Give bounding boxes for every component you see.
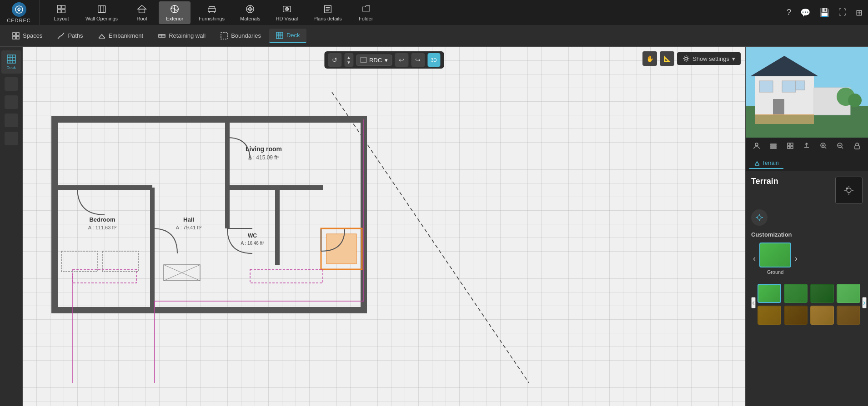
toolbar-item-hd-visual[interactable]: HD Visual [269,1,306,24]
swatch-brown-4[interactable] [837,306,860,325]
svg-rect-19 [283,6,291,12]
svg-rect-85 [782,81,796,92]
svg-text:A : 79.41 ft²: A : 79.41 ft² [176,225,202,230]
terrain-icon-box [835,177,863,204]
save-button[interactable]: 💾 [818,6,831,20]
svg-rect-10 [139,9,145,13]
grid-icon-btn[interactable] [783,140,798,153]
person-icon-btn[interactable] [749,140,764,153]
sub-item-retaining-wall[interactable]: Retaining wall [151,29,212,43]
svg-rect-2 [58,5,61,8]
toolbar-item-layout[interactable]: Layout [45,1,77,24]
swatch-green-1[interactable] [758,284,781,303]
ground-swatch-box[interactable] [759,243,791,267]
svg-marker-9 [138,5,146,9]
sub-item-embankment[interactable]: Embankment [91,29,150,43]
svg-rect-26 [13,33,15,35]
svg-rect-68 [102,251,139,272]
toolbar-item-wall-openings[interactable]: Wall Openings [78,1,125,24]
ground-swatch[interactable]: Ground [759,243,791,275]
floor-select[interactable]: RDC ▾ [356,54,392,66]
svg-point-46 [685,57,687,60]
show-settings-button[interactable]: Show settings ▾ [677,52,741,65]
svg-rect-91 [755,114,814,124]
fullscreen-button[interactable]: ⛶ [837,6,848,19]
bar-icon-btn[interactable] [766,140,781,153]
swatch-green-3[interactable] [810,284,834,303]
toolbar-item-roof[interactable]: Roof [126,1,158,24]
swatch-brown-1[interactable] [758,306,781,325]
svg-rect-95 [771,148,776,149]
svg-point-114 [847,188,848,189]
refresh-button[interactable]: ↺ [328,53,341,67]
chat-button[interactable]: 💬 [798,6,812,20]
svg-text:A : 16.46 ft²: A : 16.46 ft² [241,241,264,246]
swatch-green-2[interactable] [784,284,808,303]
svg-rect-4 [58,9,61,12]
windows-button[interactable]: ⊞ [854,6,864,20]
sidebar-item-3[interactable] [5,95,18,109]
terrain-tab[interactable]: Terrain [749,158,783,169]
toolbar-item-materials[interactable]: Materials [233,1,268,24]
swatch-brown-2[interactable] [784,306,808,325]
sidebar-item-2[interactable] [5,77,18,91]
lock-icon-btn[interactable] [850,140,864,153]
sidebar-item-5[interactable] [5,132,18,145]
terrain-content: Terrain [746,171,868,406]
svg-line-105 [841,147,843,149]
svg-rect-34 [221,33,227,39]
sidebar-item-deck[interactable]: Deck [1,50,21,74]
sub-item-paths[interactable]: Paths [50,29,89,43]
svg-line-101 [825,147,827,149]
toolbar-item-exterior[interactable]: Exterior [159,1,191,24]
measure-button[interactable]: 📐 [660,51,674,66]
sub-item-spaces[interactable]: Spaces [5,29,49,43]
toolbar-item-folder[interactable]: Folder [350,1,382,24]
sub-item-boundaries[interactable]: Boundaries [214,29,267,43]
canvas-toolbar-right: ✋ 📐 Show settings ▾ [642,51,741,66]
svg-rect-93 [771,144,776,145]
svg-rect-98 [788,146,790,149]
preview-area [746,47,868,138]
swatch-brown-3[interactable] [810,306,834,325]
carousel-right-button[interactable]: › [793,252,799,265]
swatches-row-1 [758,284,860,303]
swatches-row-2 [758,306,860,325]
customize-icon [751,209,768,226]
svg-rect-107 [855,146,859,149]
svg-rect-13 [208,8,216,11]
svg-point-92 [755,143,758,146]
svg-rect-1 [18,10,20,11]
zoom-in-icon-btn[interactable] [816,140,831,153]
help-button[interactable]: ? [785,6,793,19]
sidebar-item-4[interactable] [5,114,18,127]
svg-rect-40 [7,55,15,63]
toolbar-right: ? 💬 💾 ⛶ ⊞ [785,6,864,20]
up-down-button[interactable]: ▲▼ [344,53,353,67]
swatches-grid [758,284,860,325]
sub-item-deck[interactable]: Deck [269,29,306,43]
svg-text:Bedroom: Bedroom [89,216,115,223]
floor-plan-svg: Living room A : 415.09 ft² Bedroom A : 1… [32,74,568,383]
swatches-left-button[interactable]: ‹ [751,297,756,308]
undo-button[interactable]: ↩ [395,53,408,67]
panel-icons [746,138,868,156]
zoom-out-icon-btn[interactable] [833,140,848,153]
top-toolbar: CEDREC Layout Wall Openings Roo [0,0,868,25]
redo-button[interactable]: ↪ [411,53,425,67]
toolbar-item-furnishings[interactable]: Furnishings [191,1,232,24]
svg-rect-86 [796,81,805,90]
svg-rect-28 [13,36,15,39]
swatches-right-button[interactable]: › [862,297,867,308]
3d-button[interactable]: 3D [427,53,440,67]
svg-text:Hall: Hall [183,216,194,223]
upload-icon-btn[interactable] [799,140,814,153]
logo-area[interactable]: CEDREC [4,0,40,25]
svg-text:Living room: Living room [246,145,282,153]
toolbar-item-plans-details[interactable]: Plans details [306,1,349,24]
pan-button[interactable]: ✋ [642,51,657,66]
carousel-left-button[interactable]: ‹ [751,252,758,265]
swatch-green-4[interactable] [837,284,860,303]
terrain-title: Terrain [751,177,778,186]
svg-rect-87 [773,99,784,115]
